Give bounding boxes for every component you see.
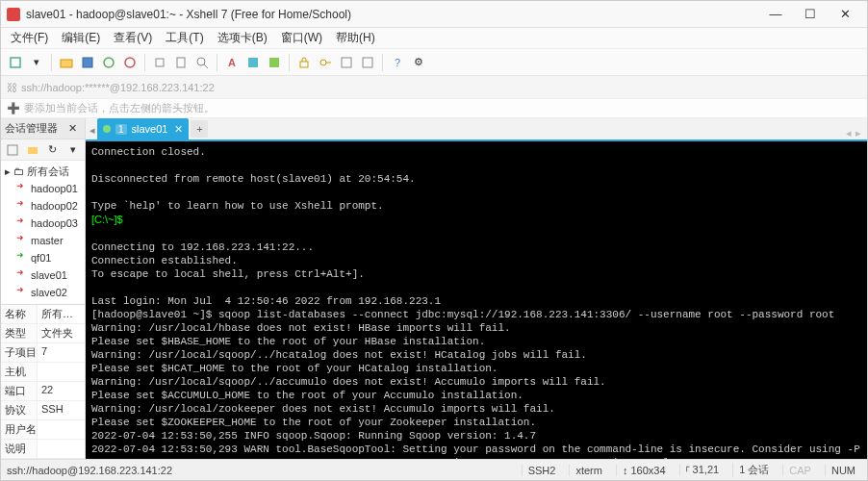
session-item-master[interactable]: master bbox=[1, 232, 85, 249]
new-tab-button[interactable]: + bbox=[191, 120, 208, 138]
svg-rect-5 bbox=[156, 59, 164, 66]
connection-status-icon bbox=[103, 125, 111, 133]
tab-nav-prev-icon[interactable]: ◂ bbox=[846, 127, 852, 139]
addressbar[interactable]: ⛓ ssh://hadoop:******@192.168.223.141:22 bbox=[1, 76, 867, 99]
new-session-icon[interactable] bbox=[7, 54, 24, 71]
status-ssh: SSH2 bbox=[522, 465, 562, 476]
menu-tools[interactable]: 工具(T) bbox=[160, 28, 209, 48]
svg-point-12 bbox=[320, 60, 326, 65]
plus-icon[interactable]: ➕ bbox=[7, 102, 20, 114]
prop-value: 文件夹 bbox=[38, 324, 85, 342]
prop-row: 主机 bbox=[1, 363, 85, 382]
gear-icon[interactable]: ⚙ bbox=[410, 54, 427, 71]
status-address: ssh://hadoop@192.168.223.141:22 bbox=[7, 465, 172, 476]
prop-row: 协议SSH bbox=[1, 401, 85, 420]
help-icon[interactable]: ? bbox=[389, 54, 406, 71]
status-num: NUM bbox=[825, 465, 861, 476]
tab-nav-next-icon[interactable]: ▸ bbox=[855, 127, 861, 139]
titlebar: slave01 - hadoop@slave01:~ - Xshell 7 (F… bbox=[1, 1, 867, 28]
prop-row: 端口22 bbox=[1, 382, 85, 401]
session-item-qf01[interactable]: qf01 bbox=[1, 249, 85, 266]
prop-value bbox=[38, 440, 85, 458]
sidebar-folder-icon[interactable] bbox=[25, 141, 41, 159]
app-icon bbox=[7, 8, 20, 21]
dropdown-icon[interactable]: ▾ bbox=[28, 54, 45, 71]
prop-row: 类型文件夹 bbox=[1, 324, 85, 343]
prop-key: 用户名 bbox=[1, 420, 38, 439]
collapse-icon: ▸ bbox=[5, 165, 11, 178]
session-icon bbox=[18, 236, 28, 245]
tab-slave01[interactable]: 1 slave01 ✕ bbox=[97, 118, 189, 139]
session-item-hadoop01[interactable]: hadoop01 bbox=[1, 180, 85, 197]
sidebar-more-icon[interactable]: ▾ bbox=[64, 141, 81, 159]
session-item-slave01[interactable]: slave01 bbox=[1, 266, 85, 284]
session-icon bbox=[18, 184, 28, 193]
prop-key: 子项目 bbox=[1, 343, 38, 362]
toolbar: ▾ A ? ⚙ bbox=[1, 49, 867, 76]
properties: 名称所有…类型文件夹子项目7主机端口22协议SSH用户名说明 bbox=[1, 304, 85, 459]
tab-nav-left-icon[interactable]: ◂ bbox=[88, 120, 97, 139]
session-tree: ▸ 🗀 所有会话 hadoop01hadoop02hadoop03masterq… bbox=[1, 161, 85, 304]
theme-icon[interactable] bbox=[266, 54, 283, 71]
tree-root[interactable]: ▸ 🗀 所有会话 bbox=[1, 163, 85, 180]
session-icon bbox=[18, 218, 28, 228]
open-icon[interactable] bbox=[58, 54, 75, 71]
search-icon[interactable] bbox=[193, 54, 211, 71]
svg-rect-0 bbox=[11, 58, 20, 67]
session-item-hadoop03[interactable]: hadoop03 bbox=[1, 215, 85, 232]
sidebar-close-icon[interactable]: ✕ bbox=[64, 122, 81, 135]
tab-number: 1 bbox=[115, 124, 127, 135]
session-icon bbox=[18, 201, 28, 211]
menu-file[interactable]: 文件(F) bbox=[5, 28, 54, 48]
folder-icon: 🗀 bbox=[13, 165, 24, 177]
session-label: slave02 bbox=[31, 287, 67, 298]
paste-icon[interactable] bbox=[172, 54, 190, 71]
close-button[interactable]: ✕ bbox=[829, 5, 861, 24]
sidebar-title: 会话管理器 bbox=[5, 121, 58, 136]
copy-icon[interactable] bbox=[151, 54, 168, 71]
session-label: slave01 bbox=[31, 269, 67, 281]
sidebar: 会话管理器 ✕ ↻ ▾ ▸ 🗀 所有会话 hadoop01hadoop02had… bbox=[1, 118, 86, 459]
terminal[interactable]: Connection closed. Disconnected from rem… bbox=[86, 141, 867, 459]
lock-icon[interactable] bbox=[295, 54, 313, 71]
prop-value: 7 bbox=[38, 343, 85, 362]
script-icon[interactable] bbox=[338, 54, 355, 71]
address-text: ssh://hadoop:******@192.168.223.141:22 bbox=[21, 82, 215, 93]
svg-rect-1 bbox=[61, 60, 72, 67]
session-label: master bbox=[31, 235, 64, 246]
session-label: hadoop02 bbox=[31, 200, 78, 212]
prop-row: 名称所有… bbox=[1, 305, 85, 324]
disconnect-icon[interactable] bbox=[121, 54, 139, 71]
sidebar-new-icon[interactable] bbox=[5, 141, 21, 159]
status-size: ↕ 160x34 bbox=[616, 465, 672, 476]
link-icon: ⛓ bbox=[7, 82, 17, 93]
sidebar-refresh-icon[interactable]: ↻ bbox=[45, 141, 62, 159]
menu-window[interactable]: 窗口(W) bbox=[275, 28, 328, 48]
save-icon[interactable] bbox=[79, 54, 96, 71]
prop-value bbox=[38, 420, 85, 439]
menu-tabs[interactable]: 选项卡(B) bbox=[212, 28, 273, 48]
prop-value: 22 bbox=[38, 382, 85, 400]
color-icon[interactable] bbox=[244, 54, 262, 71]
menu-view[interactable]: 查看(V) bbox=[108, 28, 158, 48]
session-item-hadoop02[interactable]: hadoop02 bbox=[1, 197, 85, 215]
key-icon[interactable] bbox=[317, 54, 334, 71]
menu-help[interactable]: 帮助(H) bbox=[330, 28, 381, 48]
minimize-button[interactable]: ― bbox=[759, 5, 792, 24]
status-term: xterm bbox=[569, 465, 608, 476]
tree-root-label: 所有会话 bbox=[27, 165, 69, 179]
session-item-slave02[interactable]: slave02 bbox=[1, 284, 85, 301]
status-cap: CAP bbox=[782, 465, 817, 476]
prop-value: 所有… bbox=[38, 305, 85, 323]
session-icon bbox=[18, 253, 28, 263]
fullscreen-icon[interactable] bbox=[359, 54, 376, 71]
maximize-button[interactable]: ☐ bbox=[794, 5, 827, 24]
tab-label: slave01 bbox=[132, 123, 168, 135]
menubar: 文件(F) 编辑(E) 查看(V) 工具(T) 选项卡(B) 窗口(W) 帮助(… bbox=[1, 28, 867, 49]
font-icon[interactable]: A bbox=[223, 54, 241, 71]
reconnect-icon[interactable] bbox=[100, 54, 117, 71]
menu-edit[interactable]: 编辑(E) bbox=[56, 28, 106, 48]
tab-close-icon[interactable]: ✕ bbox=[174, 123, 183, 136]
prop-key: 说明 bbox=[1, 440, 38, 458]
prop-key: 名称 bbox=[1, 305, 38, 323]
